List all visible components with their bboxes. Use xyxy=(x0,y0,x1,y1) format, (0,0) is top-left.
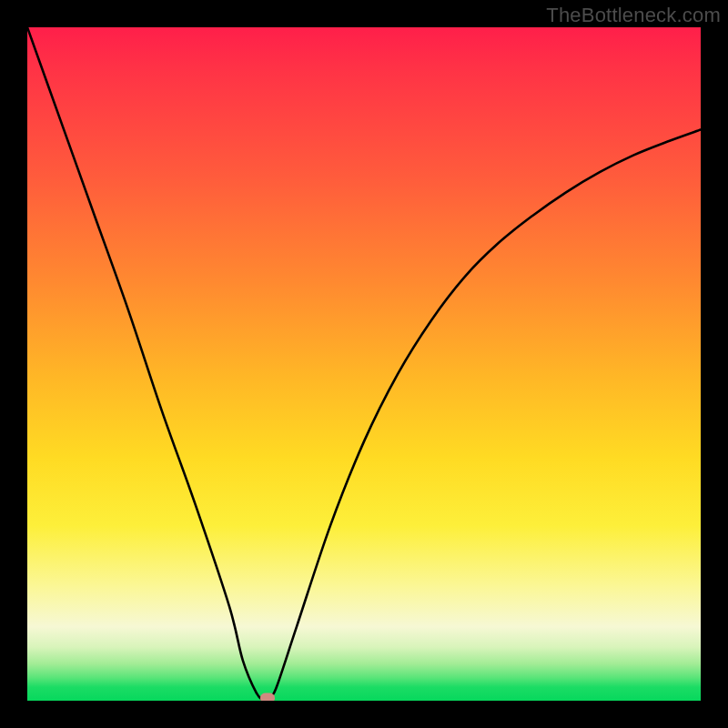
plot-area xyxy=(27,27,701,701)
watermark-text: TheBottleneck.com xyxy=(546,4,721,27)
curve-path xyxy=(27,27,701,701)
curve-svg xyxy=(27,27,701,701)
optimum-marker xyxy=(260,693,275,702)
chart-frame: TheBottleneck.com xyxy=(0,0,728,728)
